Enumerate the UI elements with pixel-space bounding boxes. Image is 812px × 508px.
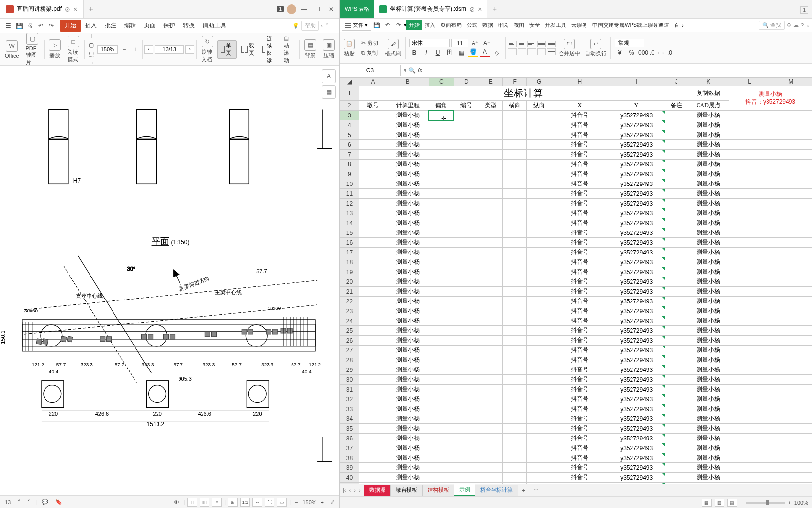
cell[interactable] [665,111,688,120]
cell[interactable] [729,169,770,179]
cell[interactable]: 测量小杨 [688,365,729,375]
cell[interactable] [527,316,551,326]
cell[interactable]: 抖音号 [551,414,608,424]
cell[interactable] [454,287,478,297]
cell[interactable] [478,434,503,443]
cell[interactable]: 测量小杨 [387,453,429,463]
cell[interactable] [527,160,551,169]
cell[interactable]: y352729493 [608,287,665,297]
align-top[interactable] [508,41,517,47]
tb-autoscroll[interactable]: 自动滚动 [281,35,297,64]
cell[interactable] [527,336,551,346]
cell[interactable] [729,453,770,463]
cell[interactable] [770,414,812,424]
arrow-up-icon[interactable]: ˄ [16,498,23,506]
cell[interactable] [359,434,387,443]
row-header-9[interactable]: 9 [340,169,359,179]
tb-read[interactable]: □阅读模式 [65,36,82,63]
cell[interactable] [502,277,527,287]
align-center[interactable] [518,48,526,55]
row-header-5[interactable]: 5 [340,130,359,140]
row-header-36[interactable]: 36 [340,434,359,443]
cell[interactable] [770,316,812,326]
cell[interactable] [665,346,688,355]
cell[interactable] [478,297,503,306]
cell[interactable] [665,443,688,453]
rb-copy[interactable]: ⧉复制 [360,48,380,58]
cell[interactable] [454,463,478,473]
cell[interactable] [454,257,478,267]
cell[interactable] [478,150,503,160]
cell[interactable] [527,277,551,287]
fullscreen-icon[interactable]: ⤢ [328,498,337,506]
cell[interactable] [429,267,454,277]
cell[interactable] [359,414,387,424]
wps-menu-ext[interactable]: 中国交建专属WPS线上服务通道 [590,20,672,30]
bold-button[interactable]: B [409,48,419,57]
row-header-14[interactable]: 14 [340,218,359,228]
prev-page-icon[interactable]: ‹ [144,45,153,54]
cell[interactable] [665,169,688,179]
cell[interactable]: 测量小杨 [688,316,729,326]
cell[interactable] [527,228,551,238]
cell[interactable]: y352729493 [608,218,665,228]
cell[interactable] [454,160,478,169]
cell[interactable]: 测量小杨 [387,483,429,484]
wps-redo-icon[interactable]: ↷ [393,20,404,31]
cell[interactable] [454,228,478,238]
cell[interactable] [429,120,454,130]
wps-file-button[interactable]: 文件▾ [342,20,371,31]
cell[interactable] [429,287,454,297]
cell[interactable] [527,414,551,424]
menu-assist[interactable]: 辅助工具 [199,20,230,32]
cell[interactable]: 测量小杨 [688,414,729,424]
cell[interactable] [359,277,387,287]
pdf-viewport[interactable]: H7 平面 (1:150) 30° [0,66,339,495]
cell[interactable] [454,130,478,140]
cell[interactable]: 测量小杨 [688,463,729,473]
align-right[interactable] [527,48,536,55]
cell[interactable] [729,443,770,453]
cell[interactable] [527,473,551,483]
rb-paste[interactable]: 📋粘贴 [342,39,357,57]
col-header-L[interactable]: L [729,78,770,86]
cell[interactable] [478,277,503,287]
sheet-prev-icon[interactable]: ‹ [348,487,352,493]
wps-menu-layout[interactable]: 页面布局 [438,20,464,30]
cell[interactable] [502,306,527,316]
cell[interactable] [502,287,527,297]
cell[interactable]: 测量小杨 [688,336,729,346]
cell[interactable] [429,424,454,434]
cell[interactable]: y352729493 [608,385,665,394]
cell[interactable]: 测量小杨 [387,473,429,483]
cell[interactable]: 抖音号 [551,130,608,140]
cell[interactable] [359,257,387,267]
col-header-H[interactable]: H [551,78,608,86]
cell[interactable] [770,169,812,179]
cell[interactable] [502,434,527,443]
col-header-G[interactable]: G [527,78,551,86]
cell[interactable] [429,150,454,160]
cell[interactable] [478,473,503,483]
cell[interactable]: y352729493 [608,150,665,160]
cell[interactable] [454,443,478,453]
fill-color-button[interactable]: 🪣 [468,48,478,57]
cell[interactable] [429,306,454,316]
cell[interactable] [665,208,688,218]
cell[interactable]: 抖音号 [551,434,608,443]
pdf-tab-pin-icon[interactable]: ⊘ [65,5,70,13]
cell[interactable]: 抖音号 [551,404,608,414]
cell[interactable] [665,385,688,394]
cell[interactable] [429,443,454,453]
cell[interactable] [527,306,551,316]
cell[interactable] [729,277,770,287]
cell[interactable] [429,414,454,424]
cell[interactable] [454,394,478,404]
row-header-32[interactable]: 32 [340,394,359,404]
sheet-tab-pier[interactable]: 墩台模板 [391,485,423,496]
cell[interactable]: 测量小杨 [688,169,729,179]
cell[interactable]: 抖音号 [551,248,608,257]
header-cell[interactable]: 横向 [502,101,527,111]
cell[interactable]: 测量小杨 [387,160,429,169]
tb-office[interactable]: WOffice [2,40,22,59]
